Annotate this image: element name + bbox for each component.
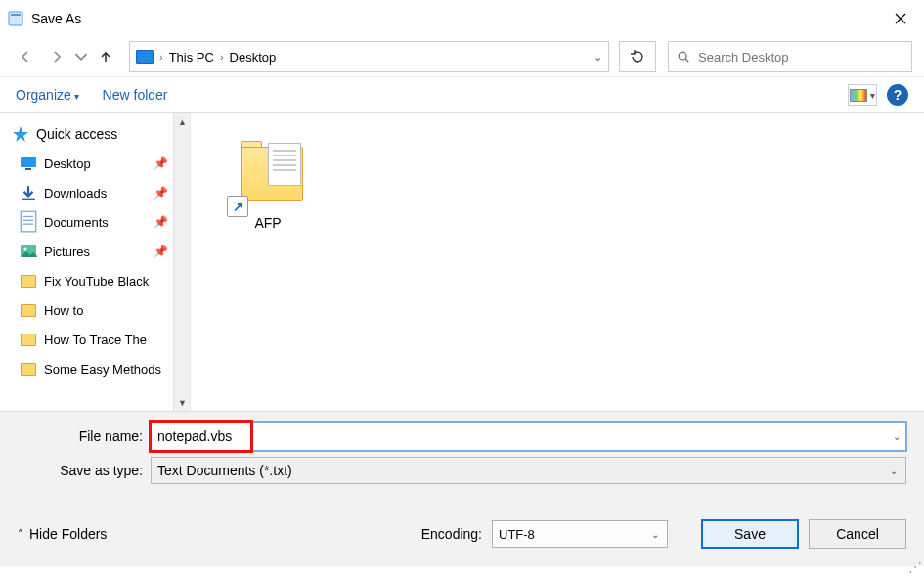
document-icon bbox=[20, 213, 37, 231]
window-title: Save As bbox=[31, 11, 877, 26]
sidebar-item-pictures[interactable]: Pictures 📌 bbox=[0, 237, 190, 266]
svg-point-12 bbox=[23, 247, 26, 250]
svg-rect-7 bbox=[21, 212, 35, 233]
pictures-icon bbox=[20, 243, 37, 260]
view-options-button[interactable]: ▾ bbox=[848, 84, 877, 106]
chevron-down-icon: ⌄ bbox=[890, 466, 898, 476]
sidebar-item-label: Fix YouTube Black bbox=[44, 274, 149, 289]
toolbar: Organize New folder ▾ ? bbox=[0, 76, 924, 113]
sidebar-item-folder[interactable]: Some Easy Methods bbox=[0, 354, 190, 383]
pc-icon bbox=[136, 50, 154, 64]
hide-folders-label: Hide Folders bbox=[29, 526, 107, 542]
close-button[interactable] bbox=[877, 0, 924, 37]
download-icon bbox=[20, 184, 37, 201]
sidebar-item-label: Pictures bbox=[44, 245, 90, 259]
sidebar-item-documents[interactable]: Documents 📌 bbox=[0, 207, 190, 237]
sidebar-item-folder[interactable]: How To Trace The bbox=[0, 325, 190, 354]
chevron-right-icon[interactable]: › bbox=[159, 51, 163, 63]
chevron-up-icon: ˄ bbox=[18, 528, 23, 541]
pin-icon: 📌 bbox=[154, 245, 168, 258]
sidebar-item-label: Some Easy Methods bbox=[44, 362, 161, 377]
help-button[interactable]: ? bbox=[887, 84, 908, 106]
actions-row: ˄ Hide Folders Encoding: UTF-8 ⌄ Save Ca… bbox=[0, 504, 924, 566]
quick-access-icon bbox=[12, 125, 29, 143]
folder-icon bbox=[20, 272, 37, 290]
organize-menu[interactable]: Organize bbox=[16, 87, 79, 103]
save-button[interactable]: Save bbox=[701, 519, 799, 549]
folder-shortcut-icon: ↗ bbox=[229, 133, 307, 211]
navigation-pane[interactable]: Quick access Desktop 📌 Downloads 📌 Docum… bbox=[0, 113, 191, 411]
nav-row: › This PC › Desktop ⌄ bbox=[0, 37, 924, 76]
nav-forward-button bbox=[43, 43, 70, 70]
sidebar-item-folder[interactable]: How to bbox=[0, 295, 190, 325]
folder-icon bbox=[20, 331, 37, 348]
sidebar-item-label: Documents bbox=[44, 215, 109, 230]
svg-rect-5 bbox=[25, 168, 31, 170]
sidebar-item-label: How to bbox=[44, 303, 83, 318]
address-bar[interactable]: › This PC › Desktop ⌄ bbox=[129, 41, 609, 72]
view-icon bbox=[850, 89, 867, 102]
save-form: File name: ⌄ Save as type: Text Document… bbox=[0, 411, 924, 504]
chevron-right-icon[interactable]: › bbox=[220, 51, 224, 63]
file-name-label: File name: bbox=[18, 428, 151, 444]
sidebar-item-downloads[interactable]: Downloads 📌 bbox=[0, 178, 190, 207]
file-list[interactable]: ↗ AFP bbox=[191, 113, 924, 411]
sidebar-item-label: Downloads bbox=[44, 186, 107, 200]
svg-rect-1 bbox=[11, 14, 21, 16]
cancel-button[interactable]: Cancel bbox=[809, 519, 906, 549]
resize-grip[interactable]: ⋰ bbox=[908, 563, 922, 577]
shortcut-overlay-icon: ↗ bbox=[227, 196, 248, 217]
chevron-down-icon: ⌄ bbox=[651, 529, 659, 540]
encoding-label: Encoding: bbox=[421, 526, 482, 542]
pin-icon: 📌 bbox=[154, 156, 168, 170]
search-input[interactable] bbox=[698, 50, 903, 65]
encoding-value: UTF-8 bbox=[499, 527, 535, 542]
app-icon bbox=[8, 11, 23, 26]
hide-folders-button[interactable]: ˄ Hide Folders bbox=[18, 526, 107, 542]
address-dropdown[interactable]: ⌄ bbox=[594, 51, 602, 64]
sidebar-quick-access[interactable]: Quick access bbox=[0, 119, 190, 149]
scroll-up-icon[interactable]: ▲ bbox=[174, 113, 191, 130]
title-bar: Save As bbox=[0, 0, 924, 37]
file-name-dropdown[interactable]: ⌄ bbox=[893, 431, 901, 442]
save-type-value: Text Documents (*.txt) bbox=[157, 463, 292, 478]
refresh-button[interactable] bbox=[619, 41, 656, 72]
sidebar-quick-access-label: Quick access bbox=[36, 126, 117, 142]
svg-marker-3 bbox=[13, 126, 28, 142]
svg-rect-4 bbox=[21, 157, 36, 167]
search-box[interactable] bbox=[668, 41, 912, 72]
folder-icon bbox=[20, 301, 37, 319]
nav-back-button bbox=[12, 43, 39, 70]
pin-icon: 📌 bbox=[154, 215, 168, 229]
pin-icon: 📌 bbox=[154, 186, 168, 200]
svg-point-2 bbox=[679, 52, 686, 60]
encoding-select[interactable]: UTF-8 ⌄ bbox=[492, 520, 668, 548]
sidebar-item-folder[interactable]: Fix YouTube Black bbox=[0, 266, 190, 295]
folder-icon bbox=[20, 360, 37, 378]
scroll-down-icon[interactable]: ▼ bbox=[174, 394, 191, 411]
item-afp[interactable]: ↗ AFP bbox=[214, 133, 322, 231]
breadcrumb-current[interactable]: Desktop bbox=[230, 50, 277, 65]
svg-rect-6 bbox=[22, 199, 35, 200]
breadcrumb-this-pc[interactable]: This PC bbox=[169, 50, 214, 65]
sidebar-item-label: Desktop bbox=[44, 156, 91, 171]
file-name-input[interactable] bbox=[151, 422, 906, 451]
save-type-label: Save as type: bbox=[18, 463, 151, 478]
sidebar-scrollbar[interactable]: ▲ ▼ bbox=[173, 113, 190, 411]
save-type-select[interactable]: Text Documents (*.txt) ⌄ bbox=[151, 457, 906, 484]
body-area: Quick access Desktop 📌 Downloads 📌 Docum… bbox=[0, 113, 924, 411]
desktop-icon bbox=[20, 155, 37, 172]
nav-recent-button[interactable] bbox=[74, 43, 88, 70]
sidebar-item-label: How To Trace The bbox=[44, 333, 147, 347]
search-icon bbox=[677, 50, 690, 64]
sidebar-item-desktop[interactable]: Desktop 📌 bbox=[0, 149, 190, 178]
new-folder-button[interactable]: New folder bbox=[103, 87, 168, 103]
nav-up-button[interactable] bbox=[92, 43, 119, 70]
item-label: AFP bbox=[214, 215, 322, 231]
